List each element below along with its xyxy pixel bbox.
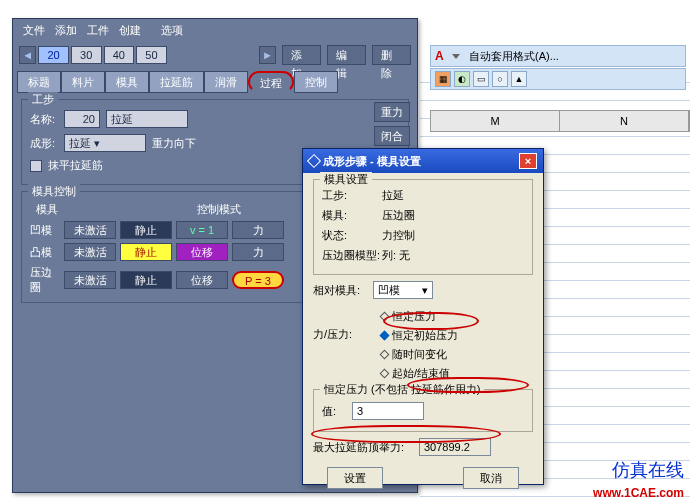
annotation-oval-option (383, 312, 479, 330)
chart-icon[interactable]: ▦ (435, 71, 451, 87)
ruler-delete[interactable]: 删除 (372, 45, 411, 65)
name-field[interactable]: 拉延 (106, 110, 188, 128)
flatten-checkbox[interactable] (30, 160, 42, 172)
cancel-button[interactable]: 取消 (463, 467, 519, 489)
shape-icon[interactable]: ▭ (473, 71, 489, 87)
app-icon (307, 154, 321, 168)
tab-title[interactable]: 标题 (17, 71, 61, 93)
status-l: 状态: (322, 228, 382, 243)
excel-toolbar-2: ▦ ◐ ▭ ○ ▲ (430, 68, 686, 90)
menu-file[interactable]: 文件 (23, 23, 45, 38)
flatten-label: 抹平拉延筋 (48, 158, 103, 173)
opt-const-init-pressure[interactable]: 恒定初始压力 (381, 328, 458, 343)
rel-tool-label: 相对模具: (313, 283, 373, 298)
punch-c2[interactable]: 静止 (120, 243, 172, 261)
ruler-30[interactable]: 30 (71, 46, 102, 64)
settings-group: 模具设置 工步:拉延 模具:压边圈 状态:力控制 压边圈模型:列: 无 (313, 179, 533, 275)
col-mode: 控制模式 (184, 202, 254, 217)
binder-c2[interactable]: 静止 (120, 271, 172, 289)
menu-create[interactable]: 创建 (119, 23, 141, 38)
tool-v: 压边圈 (382, 208, 415, 223)
opt-time-varying[interactable]: 随时间变化 (381, 347, 458, 362)
tab-lube[interactable]: 润滑 (204, 71, 248, 93)
ruler-20[interactable]: 20 (38, 46, 69, 64)
ruler-prev[interactable]: ◄ (19, 46, 36, 64)
tab-bead[interactable]: 拉延筋 (149, 71, 204, 93)
menubar: 文件 添加 工件 创建 选项 (13, 19, 417, 41)
col-tool: 模具 (30, 202, 64, 217)
binder-c1[interactable]: 未激活 (64, 271, 116, 289)
col-M[interactable]: M (431, 111, 560, 131)
rel-tool-select[interactable]: 凹模▾ (373, 281, 433, 299)
name-label: 名称: (30, 112, 58, 127)
close-button[interactable]: 闭合 (374, 126, 410, 146)
annotation-oval-max (311, 425, 501, 443)
pie-icon[interactable]: ◐ (454, 71, 470, 87)
row-punch-label: 凸模 (30, 245, 60, 260)
tool-group-title: 模具控制 (28, 184, 80, 199)
step-l: 工步: (322, 188, 382, 203)
ruler-40[interactable]: 40 (104, 46, 135, 64)
tab-tool[interactable]: 模具 (105, 71, 149, 93)
watermark-brand: 仿真在线 (612, 458, 684, 482)
ring-l: 压边圈模型: (322, 248, 382, 263)
settings-group-title: 模具设置 (320, 172, 372, 187)
col-N[interactable]: N (560, 111, 689, 131)
chevron-down-icon: ▾ (422, 284, 428, 297)
form-select[interactable]: 拉延 ▾ (64, 134, 146, 152)
menu-add[interactable]: 添加 (55, 23, 77, 38)
tab-blank[interactable]: 料片 (61, 71, 105, 93)
tool-l: 模具: (322, 208, 382, 223)
punch-c3[interactable]: 位移 (176, 243, 228, 261)
watermark-url: www.1CAE.com (593, 486, 684, 500)
name-index[interactable]: 20 (64, 110, 100, 128)
close-icon[interactable]: × (519, 153, 537, 169)
punch-c1[interactable]: 未激活 (64, 243, 116, 261)
ruler-add[interactable]: 添加 (282, 45, 321, 65)
binder-c3[interactable]: 位移 (176, 271, 228, 289)
status-v: 力控制 (382, 228, 415, 243)
die-c4[interactable]: 力 (232, 221, 284, 239)
ruler-next[interactable]: ► (259, 46, 276, 64)
gravity-down: 重力向下 (152, 136, 196, 151)
value-input[interactable] (352, 402, 424, 420)
excel-toolbar-1: A 自动套用格式(A)... (430, 45, 686, 67)
die-c3[interactable]: v = 1 (176, 221, 228, 239)
menu-work[interactable]: 工件 (87, 23, 109, 38)
shape3-icon[interactable]: ▲ (511, 71, 527, 87)
column-headers: M N (430, 110, 690, 132)
ring-v: 列: 无 (382, 248, 410, 263)
tab-control[interactable]: 控制 (294, 71, 338, 93)
menu-option[interactable]: 选项 (161, 23, 183, 38)
step-v: 拉延 (382, 188, 404, 203)
ruler-edit[interactable]: 编辑 (327, 45, 366, 65)
step-ruler: ◄ 20 30 40 50 ► 添加 编辑 删除 (13, 41, 417, 69)
auto-format-button[interactable]: 自动套用格式(A)... (469, 49, 559, 64)
tool-settings-dialog: 成形步骤 - 模具设置 × 模具设置 工步:拉延 模具:压边圈 状态:力控制 压… (302, 148, 544, 485)
tab-row: 标题 料片 模具 拉延筋 润滑 过程 控制 (13, 69, 417, 93)
gravity-button[interactable]: 重力 (374, 102, 410, 122)
force-pressure-label: 力/压力: (313, 305, 369, 385)
row-die-label: 凹模 (30, 223, 60, 238)
die-c1[interactable]: 未激活 (64, 221, 116, 239)
font-color-icon[interactable]: A (435, 49, 449, 63)
punch-c4[interactable]: 力 (232, 243, 284, 261)
tab-process[interactable]: 过程 (248, 71, 294, 93)
shape2-icon[interactable]: ○ (492, 71, 508, 87)
row-binder-label: 压边圈 (30, 265, 60, 295)
die-c2[interactable]: 静止 (120, 221, 172, 239)
value-label: 值: (322, 404, 352, 419)
dialog-title: 成形步骤 - 模具设置 (323, 154, 421, 169)
dialog-titlebar[interactable]: 成形步骤 - 模具设置 × (303, 149, 543, 173)
step-group-title: 工步 (28, 92, 58, 107)
annotation-oval-exclude (407, 377, 529, 393)
binder-c4[interactable]: P = 3 (232, 271, 284, 289)
apply-button[interactable]: 设置 (327, 467, 383, 489)
ruler-50[interactable]: 50 (136, 46, 167, 64)
form-label: 成形: (30, 136, 58, 151)
chevron-down-icon[interactable] (452, 54, 460, 59)
